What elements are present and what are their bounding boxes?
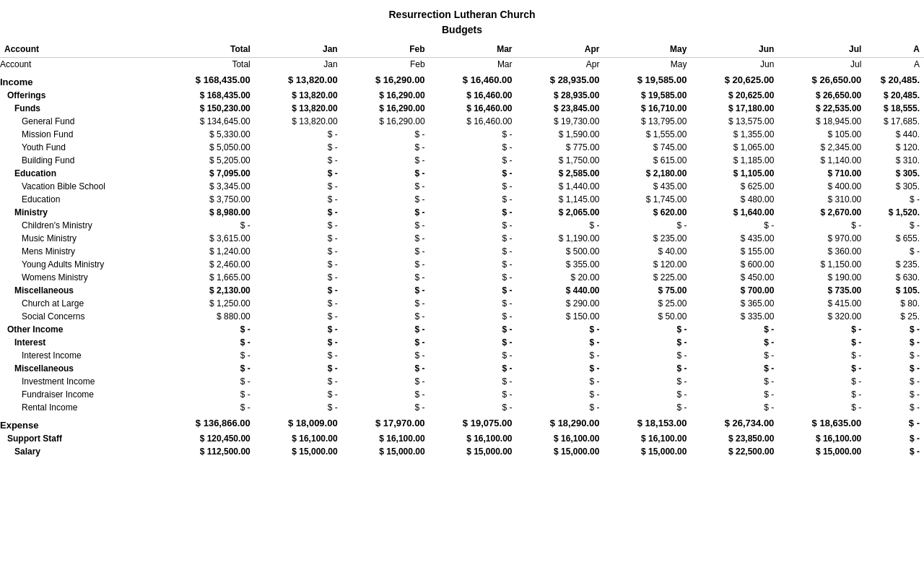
cell-apr: $ - <box>517 336 604 349</box>
cell-jul: $ 190.00 <box>778 271 866 284</box>
cell-jan: $ - <box>255 375 342 388</box>
cell-jun: $ - <box>691 323 778 336</box>
cell-mar: $ - <box>430 167 517 180</box>
cell-feb: Feb <box>342 58 430 72</box>
cell-jan: $ - <box>255 258 342 271</box>
cell-feb: $ - <box>342 388 430 401</box>
table-row: Young Adults Ministry$ 2,460.00$ -$ -$ -… <box>0 258 924 271</box>
cell-account: Mens Ministry <box>0 245 160 258</box>
cell-jan: $ - <box>255 219 342 232</box>
cell-feb: $ - <box>342 284 430 297</box>
cell-jul: $ 1,150.00 <box>778 258 866 271</box>
cell-apr: $ 1,145.00 <box>517 193 604 206</box>
cell-jul: Jul <box>778 58 866 72</box>
cell-apr: $ 1,440.00 <box>517 180 604 193</box>
cell-may: $ - <box>603 323 691 336</box>
cell-account: Education <box>0 193 160 206</box>
cell-may: $ 15,000.00 <box>603 445 691 458</box>
cell-jul: $ 18,635.00 <box>778 414 866 432</box>
cell-aug: $ - <box>866 349 924 362</box>
cell-jul: $ 735.00 <box>778 284 866 297</box>
cell-aug: $ 20,485. <box>866 71 924 89</box>
cell-account: Investment Income <box>0 375 160 388</box>
cell-mar: $ - <box>430 388 517 401</box>
cell-aug: $ - <box>866 445 924 458</box>
cell-apr: $ 2,585.00 <box>517 167 604 180</box>
cell-aug: $ - <box>866 219 924 232</box>
col-aug: A <box>866 41 924 58</box>
table-row: Fundraiser Income$ -$ -$ -$ -$ -$ -$ -$ … <box>0 388 924 401</box>
cell-aug: $ 80. <box>866 297 924 310</box>
cell-jan: $ - <box>255 206 342 219</box>
cell-total: $ - <box>160 375 255 388</box>
cell-account: Music Ministry <box>0 232 160 245</box>
cell-apr: $ - <box>517 388 604 401</box>
cell-apr: $ 1,750.00 <box>517 154 604 167</box>
cell-aug: $ - <box>866 432 924 445</box>
cell-total: $ 168,435.00 <box>160 71 255 89</box>
cell-total: $ 136,866.00 <box>160 414 255 432</box>
cell-jul: $ - <box>778 362 866 375</box>
cell-jan: $ - <box>255 141 342 154</box>
cell-jul: $ 1,140.00 <box>778 154 866 167</box>
table-row: Expense$ 136,866.00$ 18,009.00$ 17,970.0… <box>0 414 924 432</box>
cell-total: $ 168,435.00 <box>160 89 255 102</box>
cell-mar: $ - <box>430 154 517 167</box>
col-apr: Apr <box>517 41 604 58</box>
cell-total: $ 3,615.00 <box>160 232 255 245</box>
cell-apr: $ 1,190.00 <box>517 232 604 245</box>
cell-jun: $ 450.00 <box>691 271 778 284</box>
cell-jan: $ - <box>255 310 342 323</box>
table-row: General Fund$ 134,645.00$ 13,820.00$ 16,… <box>0 115 924 128</box>
table-row: Vacation Bible School$ 3,345.00$ -$ -$ -… <box>0 180 924 193</box>
cell-total: $ - <box>160 349 255 362</box>
cell-aug: $ - <box>866 414 924 432</box>
cell-aug: $ 18,555. <box>866 102 924 115</box>
cell-total: Total <box>160 58 255 72</box>
cell-apr: $ - <box>517 323 604 336</box>
cell-aug: $ 105. <box>866 284 924 297</box>
cell-feb: $ - <box>342 193 430 206</box>
cell-total: $ 112,500.00 <box>160 445 255 458</box>
cell-jan: $ - <box>255 180 342 193</box>
cell-account: Support Staff <box>0 432 160 445</box>
cell-jun: $ 1,355.00 <box>691 128 778 141</box>
cell-jul: $ - <box>778 401 866 414</box>
cell-jul: $ 15,000.00 <box>778 445 866 458</box>
cell-jun: $ 1,065.00 <box>691 141 778 154</box>
cell-jan: $ - <box>255 284 342 297</box>
cell-mar: $ - <box>430 362 517 375</box>
col-jun: Jun <box>691 41 778 58</box>
cell-feb: $ - <box>342 206 430 219</box>
cell-total: $ 1,665.00 <box>160 271 255 284</box>
cell-total: $ 3,750.00 <box>160 193 255 206</box>
table-row: Building Fund$ 5,205.00$ -$ -$ -$ 1,750.… <box>0 154 924 167</box>
cell-may: $ - <box>603 219 691 232</box>
cell-jun: $ 1,105.00 <box>691 167 778 180</box>
cell-apr: $ 150.00 <box>517 310 604 323</box>
cell-jun: $ 365.00 <box>691 297 778 310</box>
cell-account: Education <box>0 167 160 180</box>
cell-total: $ 5,050.00 <box>160 141 255 154</box>
cell-mar: $ - <box>430 128 517 141</box>
cell-total: $ 134,645.00 <box>160 115 255 128</box>
cell-jun: $ 600.00 <box>691 258 778 271</box>
cell-aug: $ 655. <box>866 232 924 245</box>
cell-apr: $ 440.00 <box>517 284 604 297</box>
cell-feb: $ 17,970.00 <box>342 414 430 432</box>
cell-aug: $ - <box>866 375 924 388</box>
cell-jun: $ 26,734.00 <box>691 414 778 432</box>
cell-jan: $ 13,820.00 <box>255 89 342 102</box>
cell-mar: $ - <box>430 401 517 414</box>
cell-feb: $ - <box>342 219 430 232</box>
cell-mar: $ - <box>430 219 517 232</box>
cell-mar: $ 16,460.00 <box>430 71 517 89</box>
cell-mar: $ 16,460.00 <box>430 89 517 102</box>
cell-jun: $ 155.00 <box>691 245 778 258</box>
col-feb: Feb <box>342 41 430 58</box>
cell-apr: $ 355.00 <box>517 258 604 271</box>
cell-jun: $ 700.00 <box>691 284 778 297</box>
cell-total: $ - <box>160 401 255 414</box>
cell-jan: $ - <box>255 193 342 206</box>
cell-apr: $ 20.00 <box>517 271 604 284</box>
